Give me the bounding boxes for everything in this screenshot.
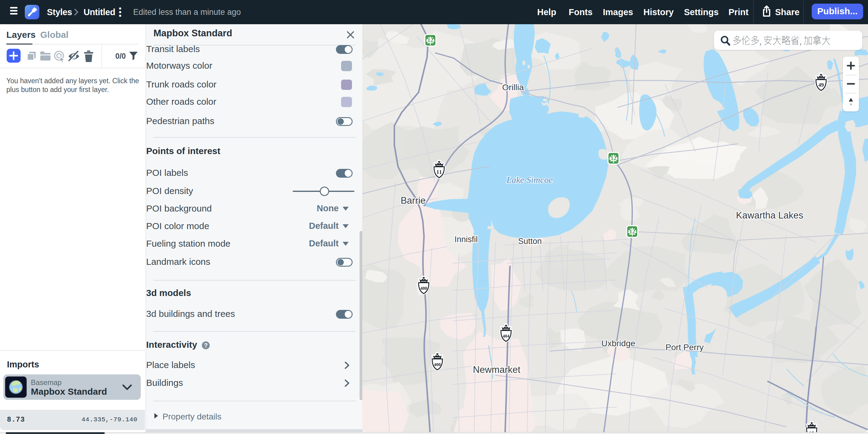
svg-text:Innisfil: Innisfil: [455, 235, 478, 244]
svg-text:Newmarket: Newmarket: [473, 364, 521, 375]
svg-text:Lake Simcoe: Lake Simcoe: [506, 175, 553, 185]
svg-text:Port Perry: Port Perry: [665, 343, 704, 352]
svg-text:Orillia: Orillia: [502, 83, 524, 92]
svg-text:Kawartha Lakes: Kawartha Lakes: [736, 210, 803, 221]
svg-text:Uxbridge: Uxbridge: [601, 339, 635, 348]
svg-text:Barrie: Barrie: [401, 195, 426, 206]
svg-text:Sutton: Sutton: [518, 237, 542, 246]
